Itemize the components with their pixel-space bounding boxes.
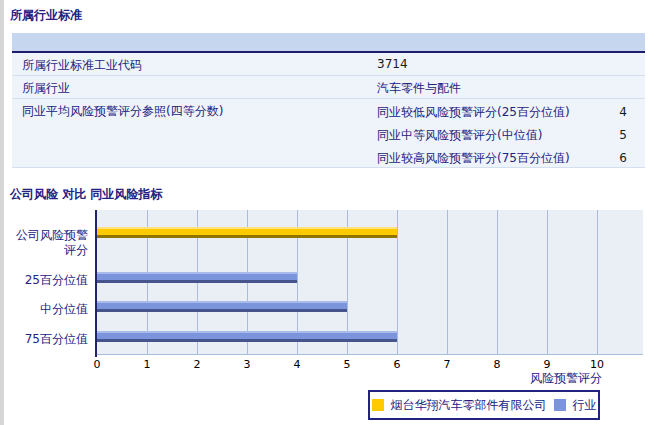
x-axis-title: 风险预警评分: [530, 370, 602, 387]
table-header-band: [12, 33, 645, 53]
list-item: 同业较高风险预警评分(75百分位值) 6: [377, 147, 645, 170]
bar-2: [97, 301, 347, 312]
legend-label-industry: 行业: [573, 397, 597, 414]
section-title-industry-standard: 所属行业标准: [10, 7, 82, 24]
list-item: 同业中等风险预警评分(中位值) 5: [377, 124, 645, 147]
table-row-peer-scores: 同业平均风险预警评分参照(四等分数) 同业较低风险预警评分(25百分位值) 4 …: [12, 99, 645, 168]
table-row: 所属行业 汽车零件与配件: [12, 76, 645, 99]
peer-median-label: 同业中等风险预警评分(中位值): [377, 124, 542, 146]
category-label-p25: 25百分位值: [10, 273, 88, 288]
x-tick-label: 0: [94, 358, 101, 371]
peer-low-label: 同业较低风险预警评分(25百分位值): [377, 101, 570, 123]
gridline: [547, 210, 548, 354]
chart-category-labels: 公司风险预警评分 25百分位值 中分位值 75百分位值: [0, 210, 92, 355]
category-label-p75: 75百分位值: [10, 332, 88, 347]
bar-3: [97, 331, 397, 342]
peer-high-label: 同业较高风险预警评分(75百分位值): [377, 147, 570, 169]
gridline: [497, 210, 498, 354]
industry-standard-table: 所属行业标准工业代码 3714 所属行业 汽车零件与配件 同业平均风险预警评分参…: [12, 33, 645, 168]
x-tick-label: 7: [444, 358, 451, 371]
legend-swatch-company: [372, 399, 384, 411]
legend-label-company: 烟台华翔汽车零部件有限公司: [391, 397, 547, 414]
bar-0: [97, 227, 397, 238]
risk-report-page: { "section1": { "title": "所属行业标准", "rows…: [0, 0, 664, 425]
section-title-risk-comparison: 公司风险 对比 同业风险指标: [10, 186, 162, 203]
gridline: [397, 210, 398, 354]
gridline: [597, 210, 598, 354]
list-item: 同业较低风险预警评分(25百分位值) 4: [377, 101, 645, 124]
x-tick-label: 6: [394, 358, 401, 371]
x-tick-label: 3: [244, 358, 251, 371]
x-tick-label: 5: [344, 358, 351, 371]
gridline: [447, 210, 448, 354]
row-label-peer-reference: 同业平均风险预警评分参照(四等分数): [22, 103, 223, 120]
x-tick-label: 8: [494, 358, 501, 371]
chart-legend: 烟台华翔汽车零部件有限公司 行业: [368, 390, 600, 420]
y-axis-line: [95, 210, 97, 357]
row-label-industry-code: 所属行业标准工业代码: [22, 57, 142, 74]
category-label-company-score: 公司风险预警评分: [10, 228, 88, 258]
row-value-industry-code: 3714: [377, 57, 408, 71]
row-label-industry: 所属行业: [22, 80, 70, 97]
plot-area: [97, 210, 643, 355]
peer-score-list: 同业较低风险预警评分(25百分位值) 4 同业中等风险预警评分(中位值) 5 同…: [377, 101, 645, 170]
peer-low-value: 4: [619, 101, 627, 123]
bar-1: [97, 272, 297, 283]
table-row: 所属行业标准工业代码 3714: [12, 53, 645, 76]
row-value-industry: 汽车零件与配件: [377, 80, 461, 97]
x-tick-label: 1: [144, 358, 151, 371]
category-label-median: 中分位值: [10, 302, 88, 317]
peer-high-value: 6: [619, 147, 627, 169]
peer-median-value: 5: [619, 124, 627, 146]
legend-swatch-industry: [554, 399, 566, 411]
x-tick-label: 4: [294, 358, 301, 371]
x-tick-label: 2: [194, 358, 201, 371]
